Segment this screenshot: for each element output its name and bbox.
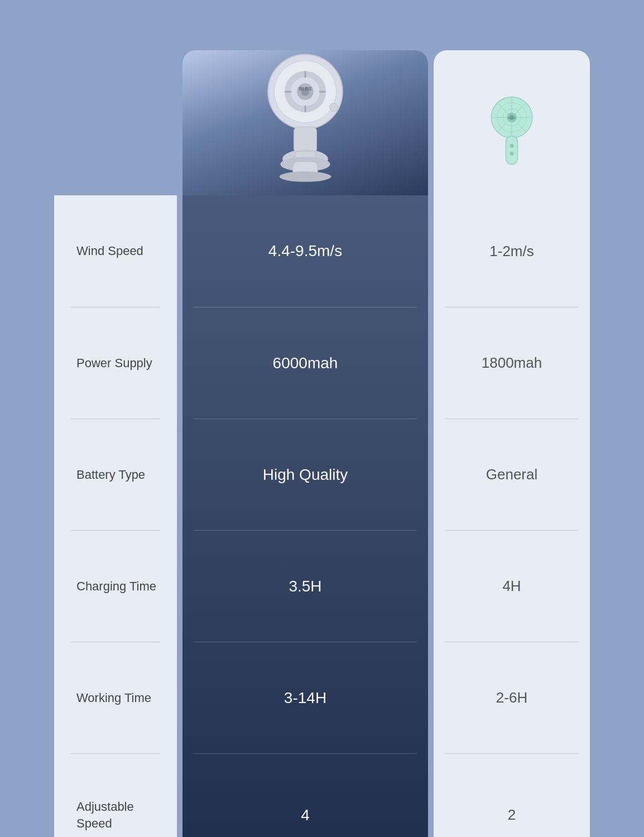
- label-text-3: Charging Time: [76, 578, 156, 595]
- other-value-0: 1-2m/s: [489, 243, 534, 260]
- other-row-0: 1-2m/s: [434, 195, 590, 307]
- comparison-container: BLBS: [54, 50, 590, 820]
- other-row-2: General: [434, 419, 590, 530]
- label-text-5: Adjustable Speed: [76, 798, 160, 831]
- blbs-value-0: 4.4-9.5m/s: [268, 242, 342, 260]
- other-row-5: 2: [434, 753, 590, 837]
- label-text-2: Battery Type: [76, 466, 145, 483]
- label-row-2: Battery Type: [54, 419, 177, 530]
- label-row-0: Wind Speed: [54, 195, 177, 307]
- table-body: Wind SpeedPower SupplyBattery TypeChargi…: [54, 195, 590, 837]
- svg-point-28: [510, 144, 514, 148]
- other-row-1: 1800mah: [434, 307, 590, 419]
- blbs-row-4: 3-14H: [182, 642, 428, 753]
- blbs-row-0: 4.4-9.5m/s: [182, 195, 428, 307]
- blbs-row-2: High Quality: [182, 419, 428, 530]
- svg-point-17: [280, 171, 331, 182]
- blbs-value-1: 6000mah: [273, 354, 338, 372]
- other-value-5: 2: [508, 806, 516, 824]
- svg-rect-12: [294, 127, 317, 152]
- other-row-4: 2-6H: [434, 642, 590, 753]
- svg-point-29: [510, 152, 514, 156]
- other-data-column: 1-2m/s1800mahGeneral4H2-6H2: [434, 195, 590, 837]
- blbs-value-3: 3.5H: [289, 578, 321, 595]
- other-header-col: brand: [434, 50, 590, 195]
- label-row-4: Working Time: [54, 642, 177, 753]
- blbs-header-col: BLBS: [182, 50, 428, 195]
- other-value-2: General: [486, 466, 538, 483]
- other-fan-image: brand: [484, 92, 540, 170]
- blbs-data-column: 4.4-9.5m/s6000mahHigh Quality3.5H3-14H4: [182, 195, 428, 837]
- label-text-1: Power Supply: [76, 355, 152, 372]
- label-text-4: Working Time: [76, 690, 151, 706]
- label-row-5: Adjustable Speed: [54, 753, 177, 837]
- blbs-value-5: 4: [301, 806, 310, 824]
- background: BLBS: [0, 0, 644, 837]
- blbs-value-4: 3-14H: [284, 689, 326, 707]
- other-value-1: 1800mah: [482, 354, 542, 372]
- label-row-3: Charging Time: [54, 530, 177, 642]
- svg-text:BLBS: BLBS: [299, 86, 312, 92]
- label-column: Wind SpeedPower SupplyBattery TypeChargi…: [54, 195, 177, 837]
- blbs-row-5: 4: [182, 753, 428, 837]
- blbs-row-1: 6000mah: [182, 307, 428, 419]
- header-label-spacer: [54, 50, 177, 195]
- blbs-row-3: 3.5H: [182, 530, 428, 642]
- other-value-3: 4H: [502, 578, 521, 595]
- other-value-4: 2-6H: [496, 689, 527, 706]
- other-row-3: 4H: [434, 530, 590, 642]
- blbs-value-2: High Quality: [263, 466, 348, 484]
- svg-point-11: [330, 103, 338, 112]
- header-row: BLBS: [54, 50, 590, 195]
- svg-text:brand: brand: [508, 116, 516, 119]
- blbs-fan-image: BLBS: [255, 50, 355, 195]
- svg-rect-27: [506, 136, 518, 165]
- label-text-0: Wind Speed: [76, 243, 143, 259]
- label-row-1: Power Supply: [54, 307, 177, 419]
